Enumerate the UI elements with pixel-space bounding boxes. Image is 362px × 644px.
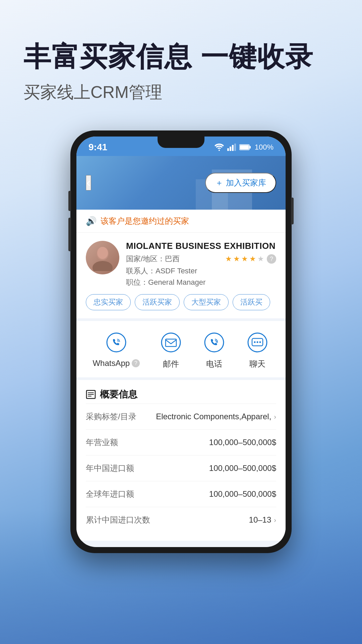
country-value: 巴西: [165, 255, 180, 263]
alert-speaker-icon: 🔊: [86, 216, 97, 226]
import-count-chevron-icon: ›: [274, 516, 276, 524]
revenue-value: 100,000–500,000$: [209, 438, 276, 447]
revenue-label: 年营业额: [86, 437, 118, 448]
position-value: General Manager: [148, 278, 205, 286]
status-time: 9:41: [88, 142, 107, 153]
battery-icon: [239, 144, 251, 151]
company-info: MIOLANTE BUSINESS EXHIBITION 国家/地区：巴西 ★ …: [126, 241, 276, 287]
category-chevron-icon: ›: [274, 413, 276, 421]
phone-call-icon: [202, 330, 226, 355]
avatar: [86, 241, 119, 274]
global-import-value: 100,000–500,000$: [209, 489, 276, 499]
phone-notch: [158, 137, 204, 148]
position-label: 职位：: [126, 278, 148, 286]
phone-volume-down-button: [68, 218, 71, 251]
china-import-label: 年中国进口额: [86, 463, 134, 474]
import-count-label: 累计中国进口次数: [86, 515, 150, 525]
status-icons: 100%: [215, 143, 274, 152]
phone-action-button[interactable]: 电话: [202, 330, 226, 369]
category-value: Electronic Components,Apparel, ›: [156, 412, 276, 421]
add-button-label: 加入买家库: [226, 177, 266, 188]
whatsapp-action-button[interactable]: WhatsApp ?: [93, 330, 140, 369]
svg-point-16: [254, 341, 255, 343]
company-name: MIOLANTE BUSINESS EXHIBITION: [126, 241, 276, 251]
china-import-value: 100,000–500,000$: [209, 464, 276, 473]
svg-point-11: [162, 333, 180, 352]
chat-icon: [245, 330, 269, 355]
chat-action-button[interactable]: 聊天: [245, 330, 269, 369]
header-overlay: ‹ ＋ 加入买家库: [76, 156, 286, 210]
info-row-revenue: 年营业额 100,000–500,000$: [86, 429, 276, 455]
contact-value: ASDF Tester: [156, 267, 197, 275]
svg-point-13: [205, 333, 224, 352]
category-label: 采购标签/目录: [86, 411, 136, 422]
back-button[interactable]: ‹: [86, 175, 91, 191]
phone-label-text: 电话: [206, 359, 222, 369]
svg-point-8: [93, 261, 113, 271]
hero-subtitle: 买家线上CRM管理: [23, 81, 339, 104]
star-3: ★: [241, 255, 248, 263]
svg-point-10: [107, 333, 126, 352]
tag-active2: 活跃买: [233, 294, 270, 310]
import-count-value-text: 10–13: [249, 515, 272, 525]
svg-point-17: [256, 341, 258, 343]
hero-section: 丰富买家信息 一键收录 买家线上CRM管理: [0, 0, 362, 124]
info-row-category[interactable]: 采购标签/目录 Electronic Components,Apparel, ›: [86, 404, 276, 429]
battery-percentage: 100%: [255, 143, 274, 152]
star-2: ★: [233, 255, 240, 263]
screen-header: ‹ ＋ 加入买家库: [76, 156, 286, 210]
company-card: MIOLANTE BUSINESS EXHIBITION 国家/地区：巴西 ★ …: [76, 233, 286, 321]
info-section-title: 概要信息: [86, 388, 276, 401]
info-section: 概要信息 采购标签/目录 Electronic Components,Appar…: [76, 380, 286, 541]
svg-rect-2: [232, 145, 234, 151]
tags-row: 忠实买家 活跃买家 大型买家 活跃买: [86, 294, 276, 310]
email-label-text: 邮件: [163, 359, 179, 369]
whatsapp-icon: [104, 330, 128, 355]
info-section-title-text: 概要信息: [100, 388, 137, 401]
wifi-icon: [215, 144, 224, 151]
contact-text: 联系人：ASDF Tester: [126, 266, 276, 276]
global-import-label: 全球年进口额: [86, 489, 134, 499]
signal-icon: [227, 144, 236, 151]
add-to-buyer-library-button[interactable]: ＋ 加入买家库: [205, 173, 276, 193]
info-row-global-import: 全球年进口额 100,000–500,000$: [86, 481, 276, 507]
country-row: 国家/地区：巴西 ★ ★ ★ ★ ★ ?: [126, 254, 276, 264]
rating-help-icon[interactable]: ?: [267, 254, 276, 264]
phone-volume-up-button: [68, 191, 71, 211]
email-icon: [159, 330, 183, 355]
position-text: 职位：General Manager: [126, 277, 276, 287]
company-header: MIOLANTE BUSINESS EXHIBITION 国家/地区：巴西 ★ …: [86, 241, 276, 287]
whatsapp-label: WhatsApp ?: [93, 359, 140, 368]
star-4: ★: [249, 255, 256, 263]
alert-text: 该客户是您邀约过的买家: [101, 216, 189, 226]
email-action-button[interactable]: 邮件: [159, 330, 183, 369]
svg-rect-0: [227, 148, 229, 151]
svg-rect-1: [230, 147, 231, 151]
tag-loyal: 忠实买家: [86, 294, 131, 310]
category-value-text: Electronic Components,Apparel,: [156, 412, 271, 421]
import-count-value: 10–13 ›: [249, 515, 276, 525]
email-label: 邮件: [163, 359, 179, 369]
svg-point-18: [259, 341, 261, 343]
whatsapp-help-icon[interactable]: ?: [132, 359, 140, 367]
tag-large: 大型买家: [184, 294, 229, 310]
phone-screen: 9:41: [76, 137, 286, 547]
add-plus-icon: ＋: [215, 177, 223, 188]
info-section-icon: [86, 390, 96, 399]
tag-active: 活跃买家: [135, 294, 180, 310]
hero-title: 丰富买家信息 一键收录: [23, 40, 339, 73]
phone-container: 9:41: [0, 130, 362, 553]
info-row-import-count[interactable]: 累计中国进口次数 10–13 ›: [86, 507, 276, 533]
country-label: 国家/地区：: [126, 255, 165, 263]
svg-point-9: [97, 247, 108, 259]
whatsapp-label-text: WhatsApp: [93, 359, 130, 368]
contact-label: 联系人：: [126, 267, 156, 275]
phone-label: 电话: [206, 359, 222, 369]
star-1: ★: [225, 255, 232, 263]
country-text: 国家/地区：巴西: [126, 254, 180, 264]
info-row-china-import: 年中国进口额 100,000–500,000$: [86, 455, 276, 481]
svg-rect-3: [234, 144, 236, 151]
star-5-empty: ★: [257, 255, 264, 263]
stars-row: ★ ★ ★ ★ ★ ?: [225, 254, 276, 264]
chat-label: 聊天: [249, 359, 265, 369]
